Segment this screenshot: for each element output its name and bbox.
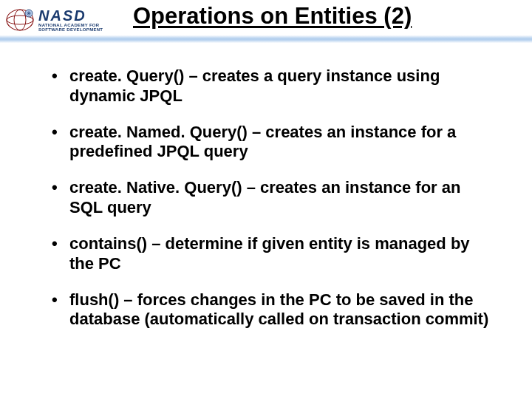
logo: NASD NATIONAL ACADEMY FOR SOFTWARE DEVEL… (4, 4, 103, 35)
header-divider (0, 35, 532, 43)
function-name: flush() (69, 290, 119, 309)
list-item: contains() – determine if given entity i… (52, 234, 495, 274)
logo-text: NASD NATIONAL ACADEMY FOR SOFTWARE DEVEL… (38, 8, 103, 32)
function-name: create. Query() (69, 66, 184, 85)
list-item: flush() – forces changes in the PC to be… (52, 290, 495, 330)
logo-title: NASD (38, 8, 103, 23)
list-item: create. Native. Query() – creates an ins… (52, 178, 495, 218)
function-desc: – forces changes in the PC to be saved i… (69, 290, 488, 329)
function-name: contains() (69, 234, 147, 253)
list-item: create. Query() – creates a query instan… (52, 66, 495, 106)
list-item: create. Named. Query() – creates an inst… (52, 123, 495, 163)
svg-point-2 (14, 10, 26, 30)
function-name: create. Native. Query() (69, 178, 242, 197)
slide-title: Operations on Entities (2) (133, 3, 412, 30)
slide-header: NASD NATIONAL ACADEMY FOR SOFTWARE DEVEL… (0, 0, 532, 44)
slide-content: create. Query() – creates a query instan… (0, 44, 532, 361)
logo-subtitle-2: SOFTWARE DEVELOPMENT (38, 27, 103, 32)
logo-globe-icon (4, 4, 35, 35)
function-name: create. Named. Query() (69, 123, 248, 141)
bullet-list: create. Query() – creates a query instan… (52, 66, 495, 330)
